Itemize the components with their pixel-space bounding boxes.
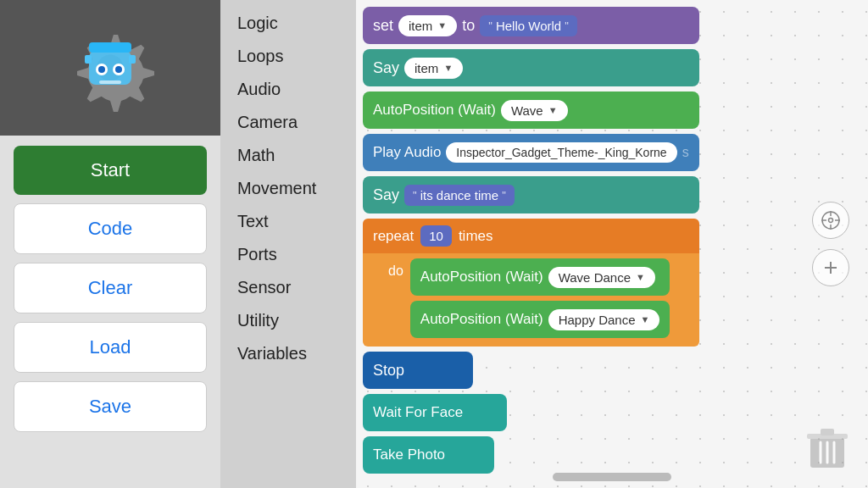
category-utility[interactable]: Utility bbox=[234, 306, 342, 336]
category-panel: Logic Loops Audio Camera Math Movement T… bbox=[220, 0, 356, 488]
autoposition-label-3: AutoPosition (Wait) bbox=[420, 311, 543, 328]
zoom-in-button[interactable] bbox=[812, 249, 849, 286]
svg-rect-1 bbox=[89, 51, 131, 85]
open-quote: " bbox=[488, 19, 492, 32]
canvas-panel[interactable]: set item ▼ to " Hello World " Say item ▼… bbox=[356, 0, 868, 488]
category-variables[interactable]: Variables bbox=[234, 339, 342, 369]
category-audio[interactable]: Audio bbox=[234, 75, 342, 104]
repeat-header[interactable]: repeat 10 times bbox=[363, 219, 699, 253]
autoposition-block-1[interactable]: AutoPosition (Wait) Wave ▼ bbox=[363, 92, 699, 129]
dropdown-arrow-wave: ▼ bbox=[548, 105, 558, 115]
do-blocks: AutoPosition (Wait) Wave Dance ▼ AutoPos… bbox=[410, 258, 670, 338]
say-block-2[interactable]: Say " its dance time " bbox=[363, 176, 699, 214]
set-block[interactable]: set item ▼ to " Hello World " bbox=[363, 7, 699, 44]
robot-avatar-area bbox=[0, 0, 220, 136]
repeat-label: repeat bbox=[373, 228, 414, 245]
times-label: times bbox=[459, 228, 493, 245]
to-label: to bbox=[462, 17, 475, 35]
dropdown-arrow-say: ▼ bbox=[443, 63, 453, 73]
category-sensor[interactable]: Sensor bbox=[234, 273, 342, 302]
svg-point-8 bbox=[115, 66, 122, 73]
crosshair-button[interactable] bbox=[812, 202, 849, 239]
hello-world-value[interactable]: " Hello World " bbox=[480, 15, 577, 36]
autoposition-label-1: AutoPosition (Wait) bbox=[373, 102, 496, 119]
horizontal-scrollbar[interactable] bbox=[553, 473, 671, 481]
buttons-area: Start Code Clear Load Save bbox=[0, 136, 220, 442]
category-movement[interactable]: Movement bbox=[234, 174, 342, 203]
repeat-body: do AutoPosition (Wait) Wave Dance ▼ bbox=[363, 253, 699, 347]
stop-block[interactable]: Stop bbox=[363, 352, 473, 389]
wave-dance-pill[interactable]: Wave Dance ▼ bbox=[548, 267, 655, 288]
load-button[interactable]: Load bbox=[14, 322, 207, 373]
wave-option-pill[interactable]: Wave ▼ bbox=[501, 100, 568, 121]
plus-icon bbox=[821, 258, 840, 277]
crosshair-icon bbox=[820, 209, 842, 231]
canvas-controls bbox=[812, 202, 849, 286]
repeat-count[interactable]: 10 bbox=[420, 225, 452, 247]
dropdown-arrow-happydance: ▼ bbox=[641, 314, 650, 324]
svg-rect-20 bbox=[821, 429, 834, 435]
clear-button[interactable]: Clear bbox=[14, 263, 207, 313]
category-ports[interactable]: Ports bbox=[234, 240, 342, 269]
dropdown-arrow-wavedance: ▼ bbox=[636, 272, 645, 282]
save-button[interactable]: Save bbox=[14, 381, 207, 432]
play-audio-label: Play Audio bbox=[373, 144, 441, 161]
svg-rect-3 bbox=[129, 55, 136, 64]
wait-for-face-block[interactable]: Wait For Face bbox=[363, 394, 507, 431]
trash-icon[interactable] bbox=[807, 427, 848, 471]
svg-rect-2 bbox=[85, 55, 92, 64]
dance-time-value[interactable]: " its dance time " bbox=[404, 185, 515, 206]
code-button[interactable]: Code bbox=[14, 203, 207, 254]
do-label: do AutoPosition (Wait) Wave Dance ▼ bbox=[388, 258, 693, 340]
audio-file-pill[interactable]: Inspector_Gadget_Theme-_King_Korne bbox=[446, 142, 676, 163]
autoposition-block-3[interactable]: AutoPosition (Wait) Happy Dance ▼ bbox=[410, 301, 670, 338]
dropdown-arrow-set: ▼ bbox=[437, 20, 447, 30]
say-block-1[interactable]: Say item ▼ bbox=[363, 49, 699, 86]
play-audio-block[interactable]: Play Audio Inspector_Gadget_Theme-_King_… bbox=[363, 134, 699, 171]
left-panel: Start Code Clear Load Save bbox=[0, 0, 220, 488]
stop-label: Stop bbox=[373, 362, 404, 380]
take-photo-label: Take Photo bbox=[373, 446, 445, 463]
close-quote: " bbox=[565, 19, 569, 32]
category-text[interactable]: Text bbox=[234, 207, 342, 236]
repeat-block[interactable]: repeat 10 times do AutoPosition (Wait) W… bbox=[363, 219, 699, 347]
say-label-2: Say bbox=[373, 186, 399, 204]
play-audio-overflow: s bbox=[682, 145, 689, 160]
autoposition-block-2[interactable]: AutoPosition (Wait) Wave Dance ▼ bbox=[410, 258, 670, 296]
category-loops[interactable]: Loops bbox=[234, 42, 342, 71]
start-button[interactable]: Start bbox=[14, 146, 207, 195]
close-quote-2: " bbox=[502, 189, 506, 202]
svg-rect-4 bbox=[89, 42, 131, 53]
category-math[interactable]: Math bbox=[234, 141, 342, 170]
category-logic[interactable]: Logic bbox=[234, 8, 342, 38]
item-pill-set[interactable]: item ▼ bbox=[398, 15, 457, 36]
set-label: set bbox=[373, 17, 393, 35]
open-quote-2: " bbox=[413, 189, 417, 202]
category-camera[interactable]: Camera bbox=[234, 108, 342, 137]
svg-point-15 bbox=[829, 219, 833, 223]
robot-face-icon bbox=[81, 38, 140, 97]
svg-point-7 bbox=[98, 66, 105, 73]
svg-rect-9 bbox=[99, 80, 121, 84]
take-photo-block[interactable]: Take Photo bbox=[363, 436, 494, 474]
wait-for-face-label: Wait For Face bbox=[373, 404, 463, 421]
item-pill-say[interactable]: item ▼ bbox=[404, 58, 463, 79]
blocks-container: set item ▼ to " Hello World " Say item ▼… bbox=[363, 7, 699, 474]
say-label-1: Say bbox=[373, 59, 399, 77]
autoposition-label-2: AutoPosition (Wait) bbox=[420, 269, 543, 286]
happy-dance-pill[interactable]: Happy Dance ▼ bbox=[548, 309, 660, 330]
